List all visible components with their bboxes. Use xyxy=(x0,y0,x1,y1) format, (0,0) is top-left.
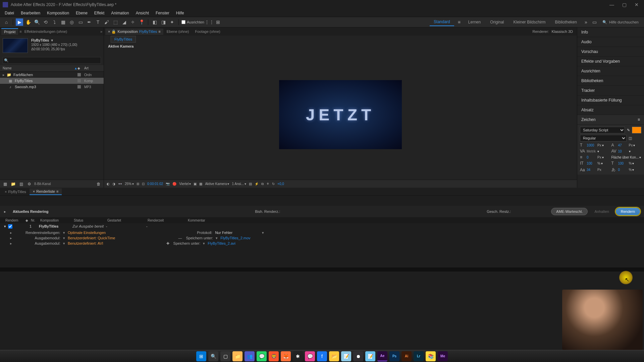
firefox-icon[interactable]: 🦊 xyxy=(281,351,291,361)
zoom-tool[interactable]: 🔍 xyxy=(33,18,41,26)
leading[interactable]: A47Px ▾ xyxy=(611,143,642,147)
comp-flowchart-tab[interactable]: FlyByTitles xyxy=(111,36,136,43)
settings-icon[interactable]: ⚙ xyxy=(26,181,32,187)
tab-menu-icon[interactable]: ≡ xyxy=(158,29,160,34)
project-tab[interactable]: Projekt xyxy=(1,28,18,35)
stroke-swatch-icon[interactable]: ◫ xyxy=(629,136,641,140)
views-dropdown[interactable]: 1 Ansi... ▾ xyxy=(232,182,246,186)
close-tab-icon[interactable]: × xyxy=(5,190,7,194)
snap-checkbox[interactable]: Ausrichten xyxy=(181,20,204,24)
tabs-overflow-icon[interactable]: » xyxy=(100,29,102,34)
protocol-dropdown[interactable]: Nur Fehler xyxy=(215,231,232,235)
render-button[interactable]: Rendern xyxy=(616,208,640,215)
save-dropdown-icon[interactable]: ▾ xyxy=(216,236,218,240)
minimize-button[interactable]: — xyxy=(609,2,614,7)
notepad-icon[interactable]: 📝 xyxy=(341,351,351,361)
project-item-comp[interactable]: ▦ FlyByTitles Komp xyxy=(0,78,104,84)
shape-tool[interactable]: ▭ xyxy=(77,18,84,26)
selection-tool[interactable]: ▶ xyxy=(16,18,23,26)
mask-mode-icon[interactable]: ◧ xyxy=(151,18,158,26)
settings-dropdown-icon[interactable]: ▾ xyxy=(63,231,65,235)
menu-effekt[interactable]: Effekt xyxy=(91,10,108,16)
timeline-tab-comp[interactable]: × FlyByTitles xyxy=(1,189,30,195)
eyedropper-icon[interactable]: ✎ xyxy=(627,128,630,132)
render-queue-item[interactable]: ▾ 1 FlyByTitles Zur Ausgabe bereit - - xyxy=(0,223,644,229)
expand-output-icon[interactable]: ▸ xyxy=(10,236,14,240)
panel-menu-icon[interactable]: ≡ xyxy=(638,117,640,122)
app-icon-2[interactable]: 📚 xyxy=(426,351,436,361)
col-label-icon[interactable]: ◆ xyxy=(77,66,84,70)
snapshot-icon[interactable]: 📷 xyxy=(166,182,170,186)
menu-hilfe[interactable]: Hilfe xyxy=(173,10,187,16)
menu-datei[interactable]: Datei xyxy=(1,10,17,16)
obs-icon[interactable]: ⏺ xyxy=(353,351,363,361)
tsume[interactable]: あ0% ▾ xyxy=(611,167,642,173)
alpha-icon[interactable]: ◐ xyxy=(107,182,110,186)
facebook-icon[interactable]: f xyxy=(317,351,327,361)
new-comp-icon[interactable]: ▥ xyxy=(18,181,24,187)
renderer-value[interactable]: Klassisch 3D xyxy=(551,29,573,34)
illustrator-icon[interactable]: Ai xyxy=(401,351,412,361)
menu-komposition[interactable]: Komposition xyxy=(44,10,72,16)
project-item-audio[interactable]: ♪ Swoosh.mp3 MP3 xyxy=(0,84,104,90)
horizontal-scale[interactable]: T100% ▾ xyxy=(611,161,642,166)
layer-viewer-tab[interactable]: Ebene (ohne) xyxy=(164,28,192,35)
tab-menu-icon[interactable]: ≡ xyxy=(56,189,58,193)
workspace-original[interactable]: Original xyxy=(486,18,508,26)
expand-current-render[interactable]: ▸ xyxy=(4,209,6,214)
trash-icon[interactable]: 🗑 xyxy=(96,181,102,187)
output-module-link[interactable]: Benutzerdefiniert: AVI xyxy=(68,241,103,245)
label-swatch[interactable] xyxy=(77,79,81,82)
explorer-icon[interactable]: 📁 xyxy=(232,351,243,361)
add-output-icon[interactable]: ✚ xyxy=(166,241,169,245)
whatsapp-icon[interactable]: 💬 xyxy=(257,351,267,361)
new-folder-icon[interactable]: 📁 xyxy=(10,181,16,187)
pixel-aspect-icon[interactable]: ▤ xyxy=(249,182,252,186)
save-dropdown-icon[interactable]: ▾ xyxy=(203,241,205,246)
panel-tracker[interactable]: Tracker xyxy=(577,86,644,96)
stroke-width[interactable]: ≡0Px ▾ xyxy=(580,155,610,160)
photoshop-icon[interactable]: Ps xyxy=(389,351,399,361)
timecode-display[interactable]: 0:00:01:02 xyxy=(147,182,163,186)
transparency-icon[interactable]: ▦ xyxy=(199,182,202,186)
lock-icon[interactable]: 🔒 xyxy=(111,29,116,34)
render-queue-tab[interactable]: × Renderliste ≡ xyxy=(30,188,62,195)
clone-tool[interactable]: ⬚ xyxy=(112,18,119,26)
menu-animation[interactable]: Animation xyxy=(108,10,132,16)
project-item-folder[interactable]: ▸ 📁 Farbflächen Ordn xyxy=(0,72,104,78)
home-icon[interactable]: ⌂ xyxy=(3,18,10,26)
media-encoder-icon[interactable]: Me xyxy=(438,351,448,361)
text-tool[interactable]: T xyxy=(94,18,102,26)
panel-audio[interactable]: Audio xyxy=(577,37,644,47)
pen-tool[interactable]: ✒ xyxy=(86,18,93,26)
rotate-tool[interactable]: ⤵ xyxy=(51,18,58,26)
viewer-canvas[interactable]: JETZT xyxy=(104,50,577,180)
expand-settings-icon[interactable]: ▸ xyxy=(10,231,14,235)
expand-output-icon[interactable]: ▸ xyxy=(10,241,14,246)
label-swatch[interactable] xyxy=(77,85,81,88)
panel-absatz[interactable]: Absatz xyxy=(577,105,644,115)
search-button[interactable]: 🔍 xyxy=(208,351,218,361)
workspace-settings-icon[interactable]: ▭ xyxy=(591,18,598,26)
output-dropdown-icon[interactable]: ▾ xyxy=(63,241,65,246)
panel-fuellung[interactable]: Inhaltsbasierte Füllung xyxy=(577,96,644,105)
app-icon[interactable]: ✱ xyxy=(293,351,303,361)
workspace-kleiner[interactable]: Kleiner Bildschirm xyxy=(509,18,550,26)
workspace-menu-icon[interactable]: ≡ xyxy=(455,18,463,26)
menu-fenster[interactable]: Fenster xyxy=(152,10,173,16)
font-family-select[interactable]: Saturday Script xyxy=(580,127,625,133)
menu-bearbeiten[interactable]: Bearbeiten xyxy=(17,10,44,16)
grid-icon[interactable]: ⊞ xyxy=(137,182,139,186)
mask-icon[interactable]: 👓 xyxy=(118,182,122,186)
output-dropdown-icon[interactable]: ▾ xyxy=(63,236,65,240)
camera-dropdown[interactable]: Aktive Kamera ▾ xyxy=(205,182,229,186)
fill-color-swatch[interactable] xyxy=(632,127,641,133)
camera-tool[interactable]: ▦ xyxy=(59,18,67,26)
eraser-tool[interactable]: ◢ xyxy=(120,18,128,26)
task-view-button[interactable]: ▢ xyxy=(220,351,230,361)
output-path-link[interactable]: FlyByTitles_2.mov xyxy=(220,236,250,240)
render-checkbox[interactable] xyxy=(8,224,12,229)
label-swatch[interactable] xyxy=(77,73,81,76)
lightroom-icon[interactable]: Lr xyxy=(414,351,424,361)
pan-behind-tool[interactable]: ◎ xyxy=(68,18,75,26)
